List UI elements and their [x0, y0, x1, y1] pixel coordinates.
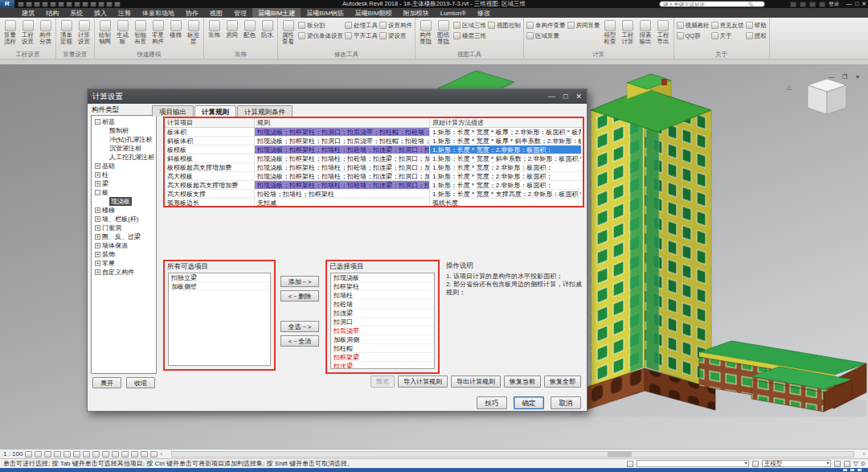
ribbon-tab-修改[interactable]: 修改 [472, 8, 496, 18]
fit-view-icon[interactable] [25, 451, 32, 458]
selected-item[interactable]: 扣次梁 [331, 362, 434, 369]
shadows-icon[interactable] [63, 451, 71, 458]
available-item[interactable]: 加板侧壁 [169, 282, 270, 291]
ribbon-button-模型检查[interactable]: 模型检查 [603, 18, 618, 45]
info-center-icon[interactable] [800, 2, 806, 7]
tree-item-人工挖孔灌注桩[interactable]: 人工挖孔灌注桩 [92, 153, 156, 162]
ribbon-tab-晨曦BIM翻模[interactable]: 晨曦BIM翻模 [349, 8, 397, 18]
ribbon-tab-体量和场地[interactable]: 体量和场地 [137, 8, 180, 18]
save-icon[interactable] [26, 2, 32, 7]
tree-item-冲(钻)孔灌注桩[interactable]: 冲(钻)孔灌注桩 [92, 135, 156, 144]
dialog-close-button[interactable]: ✕ [575, 92, 582, 101]
ribbon-button-楼层三维[interactable]: 楼层三维 [453, 31, 486, 41]
ribbon-button-QQ群[interactable]: QQ群 [677, 31, 710, 41]
ribbon-tab-晨曦BIM土建[interactable]: 晨曦BIM土建 [252, 8, 301, 18]
collapse-button[interactable]: 收缩 [126, 377, 155, 388]
ribbon-tab-插入[interactable]: 插入 [88, 8, 113, 18]
available-item[interactable]: 扣独立梁 [169, 273, 270, 282]
crop-view-icon[interactable] [83, 451, 90, 458]
filter-icon[interactable]: ▽ [854, 460, 858, 467]
show-crop-icon[interactable] [92, 451, 100, 458]
default-3d-view-icon[interactable] [90, 2, 96, 7]
ok-button[interactable]: 确定 [514, 396, 544, 409]
ribbon-button-标准层[interactable]: 标准层 [186, 18, 201, 45]
ribbon-button-房间算量[interactable]: 房间算量 [567, 20, 600, 31]
expand-node-icon[interactable]: + [95, 207, 100, 213]
editable-only-icon[interactable] [752, 461, 759, 467]
displaced-elements-icon[interactable] [141, 451, 148, 458]
tree-item-圈、反、过梁[interactable]: +圈、反、过梁 [92, 232, 156, 241]
ribbon-button-防水[interactable]: 防水 [260, 18, 275, 39]
redo-icon[interactable] [50, 2, 56, 7]
tree-item-装饰[interactable]: +装饰 [92, 250, 156, 259]
ribbon-tab-晨曦BIM钢筋[interactable]: 晨曦BIM钢筋 [301, 8, 349, 18]
ribbon-button-区域三维[interactable]: 区域三维 [453, 20, 486, 31]
expand-node-icon[interactable]: + [95, 172, 100, 178]
tree-item-墙体保温[interactable]: +墙体保温 [92, 241, 156, 250]
selected-item[interactable]: 扣墙柱 [331, 291, 434, 300]
ribbon-button-视频教程[interactable]: 视频教程 [677, 20, 710, 31]
available-items-list[interactable]: 扣独立梁加板侧壁 [168, 273, 271, 366]
component-tree[interactable]: -桩基预制桩冲(钻)孔灌注桩沉管灌注桩人工挖孔灌注桩+基础+柱+梁-板现浇板+楼… [91, 115, 157, 374]
expand-node-icon[interactable]: + [95, 252, 100, 257]
ribbon-button-构件显隐[interactable]: 构件显隐 [418, 18, 433, 45]
table-row[interactable]: 板模板扣现浇板；扣框架柱；扣墙柱；扣砼墙；扣连梁；扣洞口；扣后浇带；...1.矩… [165, 146, 583, 154]
exclude-options-icon[interactable] [834, 461, 841, 467]
expand-node-icon[interactable]: + [95, 269, 100, 275]
ribbon-button-工程导出[interactable]: 工程导出 [656, 18, 671, 45]
reveal-hidden-icon[interactable] [121, 451, 129, 458]
constraints-icon[interactable] [150, 451, 158, 458]
ribbon-button-梁设置[interactable]: 梁设置 [379, 31, 412, 41]
design-options-select[interactable]: 主模型 [762, 460, 831, 467]
sun-path-icon[interactable] [54, 451, 61, 458]
detail-level-icon[interactable] [35, 451, 42, 458]
visual-style-icon[interactable] [44, 451, 51, 458]
selected-item[interactable]: 扣框架梁 [331, 353, 434, 362]
lock-view-icon[interactable] [102, 451, 109, 458]
selected-item[interactable]: 扣连梁 [331, 309, 434, 318]
press-drag-icon[interactable] [844, 461, 850, 467]
scrollbar-thumb[interactable] [608, 452, 632, 457]
selected-items-list[interactable]: 扣现浇板扣框架柱扣墙柱扣砼墙扣连梁扣洞口扣后浇带加板洞侧扣柱帽扣框架梁扣次梁 [330, 273, 435, 369]
ribbon-button-视图控制[interactable]: 视图控制 [488, 20, 521, 31]
ribbon-button-意见反馈[interactable]: 意见反馈 [711, 20, 744, 31]
ribbon-tab-系统[interactable]: 系统 [64, 8, 88, 18]
ribbon-button-图纸显隐[interactable]: 图纸显隐 [436, 18, 451, 45]
minimize-button[interactable]: — [846, 0, 852, 8]
clear-all-button[interactable]: <－全清 [280, 335, 319, 347]
ribbon-button-单构件查量[interactable]: 单构件查量 [526, 20, 566, 31]
expand-node-icon[interactable]: + [95, 163, 100, 169]
workset-combobox[interactable] [637, 460, 749, 467]
dialog-maximize-button[interactable]: □ [563, 92, 567, 101]
cancel-button[interactable]: 取消 [551, 396, 581, 409]
table-row[interactable]: 高大模板支撑扣砼墙；扣墙柱；扣框架柱1.矩形：长度＊宽度＊支撑高度；2.非矩形：… [165, 190, 583, 199]
dialog-tab-计算规则[interactable]: 计算规则 [194, 105, 236, 117]
table-row[interactable]: 板模板超高支撑增加费扣现浇板；扣框架柱；扣墙柱；扣砼墙；扣连梁；扣洞口；加板洞侧… [165, 163, 583, 172]
tree-item-桩基[interactable]: -桩基 [92, 117, 156, 126]
add-button[interactable]: 添加－> [280, 276, 319, 287]
ribbon-button-清单定额[interactable]: 清单定额 [59, 18, 74, 45]
scale-control[interactable]: 1 : 100 [3, 450, 23, 458]
tree-item-楼梯[interactable]: +楼梯 [92, 206, 156, 215]
table-row[interactable]: 弧形板边长无扣减弧线长度 [165, 199, 583, 207]
tree-item-墙、栏板(杆)[interactable]: +墙、栏板(杆) [92, 215, 156, 224]
ribbon-button-报表输出[interactable]: 报表输出 [638, 18, 653, 45]
rules-table[interactable]: 计算项目规则原始计算方法描述板体积扣现浇板；扣框架柱；扣洞口；扣后浇带；扣柱帽；… [163, 117, 584, 207]
tree-item-柱[interactable]: +柱 [92, 170, 156, 179]
collapse-node-icon[interactable]: - [95, 119, 100, 125]
ribbon-button-绘制轴网[interactable]: 绘制轴网 [97, 18, 113, 45]
tree-item-梁[interactable]: +梁 [92, 179, 156, 188]
home-icon[interactable]: ⌂ [787, 83, 792, 92]
tree-item-基础[interactable]: +基础 [92, 162, 156, 170]
expand-node-icon[interactable]: + [95, 216, 100, 222]
expand-node-icon[interactable]: + [95, 181, 100, 187]
导出计算规则-button[interactable]: 导出计算规则 [451, 376, 501, 388]
ribbon-button-板分割[interactable]: 板分割 [298, 20, 343, 31]
ribbon-button-装饰[interactable]: 装饰 [207, 18, 222, 39]
search-input[interactable] [660, 2, 748, 7]
ribbon-button-算量流程[interactable]: 算量流程 [2, 18, 18, 45]
search-box[interactable]: 🔍 [659, 1, 765, 7]
open-icon[interactable] [18, 2, 24, 7]
horizontal-scrollbar[interactable] [171, 451, 854, 458]
ribbon-tab-Lumion®[interactable]: Lumion® [435, 8, 472, 18]
